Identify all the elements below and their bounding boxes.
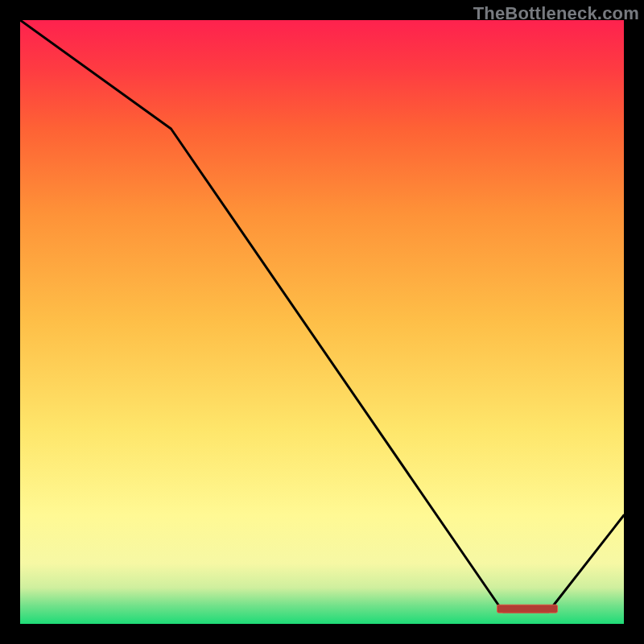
chart-canvas: TheBottleneck.com [0,0,644,644]
chart-svg [20,20,624,624]
gradient-background [20,20,624,624]
bottleneck-label [497,605,558,613]
plot-area [20,20,624,624]
